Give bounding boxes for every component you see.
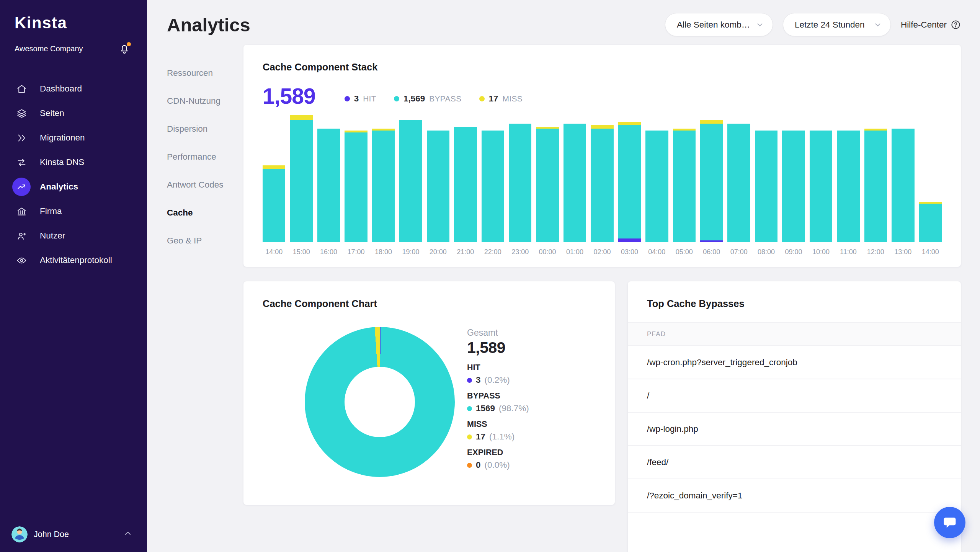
legend-item-hit: 3HIT — [345, 94, 376, 104]
subnav-item-performance[interactable]: Performance — [167, 152, 243, 162]
sidebar-item-dashboard[interactable]: Dashboard — [0, 77, 147, 101]
help-center-link[interactable]: Hilfe-Center — [901, 20, 961, 30]
subnav-item-ressourcen[interactable]: Ressourcen — [167, 68, 243, 78]
main-area: Analytics Alle Seiten komb… Letzte 24 St… — [147, 0, 980, 552]
stack-labels-row: 14:0015:0016:0017:0018:0019:0020:0021:00… — [263, 248, 942, 256]
topbar: Analytics Alle Seiten komb… Letzte 24 St… — [167, 13, 961, 36]
bar-08:00[interactable] — [755, 115, 777, 242]
sidebar-item-migrationen[interactable]: Migrationen — [0, 126, 147, 150]
bar-16:00[interactable] — [317, 115, 340, 242]
x-axis-label: 21:00 — [454, 248, 477, 256]
slice-label: MISS — [467, 420, 529, 429]
x-axis-label: 17:00 — [345, 248, 367, 256]
stack-total: 1,589 — [263, 83, 315, 109]
bar-segment-bypass — [345, 132, 367, 242]
bar-07:00[interactable] — [727, 115, 750, 242]
sidebar-item-label: Seiten — [40, 108, 64, 118]
analytics-subnav: RessourcenCDN-NutzungDispersionPerforman… — [167, 45, 243, 552]
bypass-row[interactable]: /?ezoic_domain_verify=1 — [628, 479, 961, 513]
legend-value: 1,569 — [403, 94, 425, 104]
x-axis-label: 19:00 — [399, 248, 422, 256]
donut-legend-bypass: BYPASS1569(98.7%) — [467, 391, 529, 413]
column-pfad: PFAD — [647, 330, 666, 338]
subnav-item-cache[interactable]: Cache — [167, 207, 243, 218]
bar-14:00[interactable] — [263, 115, 285, 242]
bar-09:00[interactable] — [782, 115, 805, 242]
bar-22:00[interactable] — [482, 115, 504, 242]
x-axis-label: 01:00 — [564, 248, 586, 256]
chevron-up-icon — [123, 529, 132, 540]
sidebar-item-label: Nutzer — [40, 231, 65, 241]
sidebar-item-firma[interactable]: Firma — [0, 199, 147, 224]
bar-segment-bypass — [454, 127, 477, 242]
bar-segment-bypass — [837, 131, 859, 242]
slice-pct: (0.0%) — [485, 460, 510, 470]
sidebar-item-label: Aktivitätenprotokoll — [40, 255, 112, 265]
bar-23:00[interactable] — [509, 115, 531, 242]
bar-13:00[interactable] — [892, 115, 914, 242]
bypass-rows: /wp-cron.php?server_triggered_cronjob//w… — [628, 346, 961, 513]
subnav-item-dispersion[interactable]: Dispersion — [167, 124, 243, 134]
card-title: Top Cache Bypasses — [628, 298, 961, 309]
sidebar-item-kinsta-dns[interactable]: Kinsta DNS — [0, 150, 147, 175]
notification-bell-icon[interactable] — [119, 43, 130, 54]
sidebar-item-aktivit-tenprotokoll[interactable]: Aktivitätenprotokoll — [0, 248, 147, 273]
bypass-row[interactable]: /wp-cron.php?server_triggered_cronjob — [628, 346, 961, 379]
bar-21:00[interactable] — [454, 115, 477, 242]
bypass-row[interactable]: /wp-login.php — [628, 413, 961, 446]
bar-segment-bypass — [919, 204, 942, 242]
donut-legend: Gesamt 1,589 HIT3(0.2%)BYPASS1569(98.7%)… — [467, 327, 529, 470]
site-filter-value: Alle Seiten komb… — [677, 20, 750, 30]
bar-20:00[interactable] — [427, 115, 449, 242]
bar-05:00[interactable] — [673, 115, 696, 242]
subnav-item-geo-ip[interactable]: Geo & IP — [167, 235, 243, 246]
bar-segment-miss — [618, 122, 641, 125]
bar-18:00[interactable] — [372, 115, 395, 242]
legend-dot — [467, 378, 472, 383]
bar-03:00[interactable] — [618, 115, 641, 242]
users-icon — [12, 227, 31, 245]
bar-06:00[interactable] — [700, 115, 723, 242]
bypass-row[interactable]: / — [628, 379, 961, 413]
site-filter-dropdown[interactable]: Alle Seiten komb… — [665, 13, 773, 36]
bar-11:00[interactable] — [837, 115, 859, 242]
sidebar-item-analytics[interactable]: Analytics — [0, 175, 147, 199]
subnav-item-antwort-codes[interactable]: Antwort Codes — [167, 180, 243, 190]
app-root: Kinsta Awesome Company DashboardSeitenMi… — [0, 0, 980, 552]
bar-segment-bypass — [564, 124, 586, 242]
company-icon — [12, 202, 31, 220]
bar-01:00[interactable] — [564, 115, 586, 242]
kinsta-logo: Kinsta — [15, 14, 147, 32]
chat-bubble-icon — [942, 515, 957, 530]
bar-12:00[interactable] — [864, 115, 887, 242]
help-center-label: Hilfe-Center — [901, 20, 947, 30]
legend-dot — [479, 96, 485, 101]
x-axis-label: 14:00 — [919, 248, 942, 256]
top-bypasses-card: Top Cache Bypasses PFAD /wp-cron.php?ser… — [628, 281, 961, 552]
time-filter-dropdown[interactable]: Letzte 24 Stunden — [783, 13, 891, 36]
bar-02:00[interactable] — [591, 115, 613, 242]
bar-10:00[interactable] — [810, 115, 832, 242]
bar-segment-bypass — [618, 125, 641, 238]
legend-dot — [394, 96, 399, 101]
sidebar-item-label: Dashboard — [40, 84, 82, 94]
slice-value: 17 — [476, 432, 485, 442]
bar-segment-miss — [700, 120, 723, 124]
user-menu[interactable]: John Doe — [0, 517, 147, 552]
sidebar-item-nutzer[interactable]: Nutzer — [0, 224, 147, 248]
subnav-item-cdn-nutzung[interactable]: CDN-Nutzung — [167, 96, 243, 106]
bar-segment-miss — [263, 165, 285, 169]
x-axis-label: 02:00 — [591, 248, 613, 256]
bar-04:00[interactable] — [645, 115, 668, 242]
company-name: Awesome Company — [15, 44, 83, 53]
bar-17:00[interactable] — [345, 115, 367, 242]
bar-00:00[interactable] — [536, 115, 559, 242]
bar-19:00[interactable] — [399, 115, 422, 242]
x-axis-label: 00:00 — [536, 248, 559, 256]
bypass-row[interactable]: /feed/ — [628, 446, 961, 479]
sidebar-item-seiten[interactable]: Seiten — [0, 101, 147, 126]
bar-14:00-end[interactable] — [919, 115, 942, 242]
bar-15:00[interactable] — [290, 115, 312, 242]
x-axis-label: 22:00 — [482, 248, 504, 256]
chat-widget-button[interactable] — [934, 507, 965, 538]
